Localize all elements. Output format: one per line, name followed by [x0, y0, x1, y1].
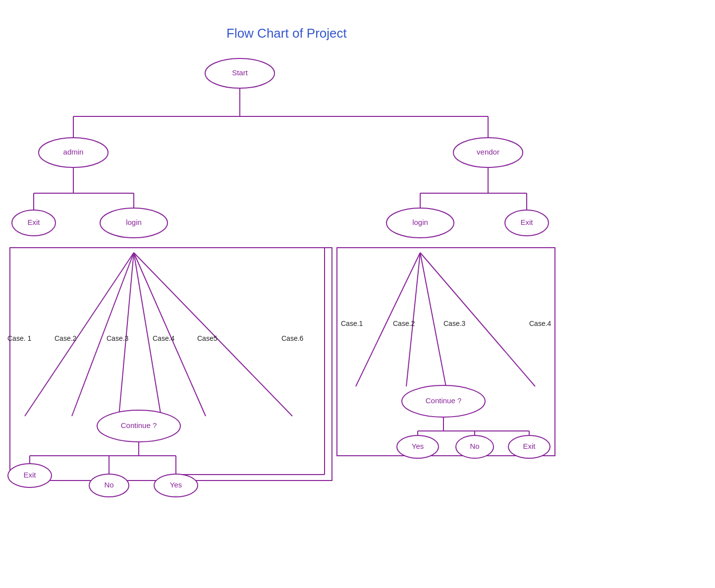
admin-case6: Case.6 — [281, 334, 304, 342]
admin-case4: Case.4 — [153, 334, 175, 342]
admin-label: admin — [63, 148, 84, 156]
admin-case1: Case. 1 — [7, 334, 31, 342]
vendor-continue-label: Continue ? — [426, 396, 462, 405]
vendor-login-label: login — [412, 218, 428, 226]
svg-rect-33 — [337, 248, 555, 456]
admin-login-label: login — [126, 218, 142, 226]
vendor-case4: Case.4 — [529, 320, 551, 327]
admin-yes-label: Yes — [170, 481, 182, 489]
vendor-exit2-label: Exit — [523, 442, 536, 450]
start-label: Start — [232, 68, 248, 77]
vendor-case3: Case.3 — [443, 320, 466, 327]
svg-line-26 — [420, 253, 446, 386]
vendor-exit-label: Exit — [520, 218, 533, 226]
svg-rect-23 — [10, 248, 332, 481]
vendor-case2: Case.2 — [393, 320, 415, 327]
flowchart-container: Flow Chart of Project — [0, 0, 715, 588]
admin-case3: Case.3 — [107, 334, 129, 342]
vendor-yes-label: Yes — [412, 442, 424, 450]
admin-case2: Case.2 — [55, 334, 77, 342]
vendor-label: vendor — [477, 148, 499, 156]
svg-line-27 — [420, 253, 535, 386]
admin-case5: Case5 — [197, 334, 218, 342]
vendor-no-label: No — [470, 442, 479, 450]
admin-continue-label: Continue ? — [121, 421, 157, 429]
admin-exit-label: Exit — [27, 218, 40, 226]
flowchart-svg: Start admin vendor Exit login login Exit… — [0, 0, 715, 588]
admin-no-label: No — [104, 481, 113, 489]
vendor-case1: Case.1 — [341, 320, 363, 327]
admin-exit2-label: Exit — [23, 471, 36, 479]
